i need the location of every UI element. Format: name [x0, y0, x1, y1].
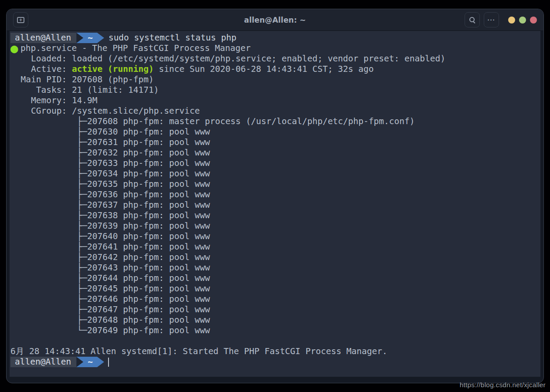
maximize-button[interactable]: [519, 17, 526, 24]
cgroup-pool-process-line: ├─207636 php-fpm: pool www: [10, 189, 540, 200]
text-cursor: [108, 358, 109, 367]
ellipsis-icon: ···: [488, 17, 496, 23]
terminal-screen[interactable]: allen@Allen ~ sudo systemctl status php …: [10, 31, 540, 377]
cgroup-pool-process-line: ├─207633 php-fpm: pool www: [10, 158, 540, 169]
powerline-separator-icon: [76, 357, 83, 367]
cgroup-pool-process-line: ├─207632 php-fpm: pool www: [10, 148, 540, 158]
cgroup-pool-process-line: ├─207640 php-fpm: pool www: [10, 231, 540, 242]
blank-line: [10, 336, 540, 346]
cgroup-pool-process-line: ├─207648 php-fpm: pool www: [10, 315, 540, 325]
cgroup-pool-process-line: ├─207638 php-fpm: pool www: [10, 210, 540, 221]
new-tab-icon: +: [17, 17, 24, 23]
cgroup-pool-process-line: ├─207646 php-fpm: pool www: [10, 294, 540, 304]
journal-line: 6月 28 14:43:41 Allen systemd[1]: Started…: [10, 346, 540, 357]
prompt-dir-segment: ~: [83, 357, 97, 367]
prompt-user-segment: allen@Allen: [10, 357, 76, 367]
prompt-dir-segment: ~: [83, 33, 97, 43]
titlebar[interactable]: + allen@Allen: ~ ···: [7, 9, 543, 31]
command-text: sudo systemctl status php: [109, 33, 237, 43]
main-pid-line: Main PID: 207608 (php-fpm): [10, 74, 540, 85]
cgroup-pool-process-line: ├─207637 php-fpm: pool www: [10, 200, 540, 210]
active-line: Active: active (running) since Sun 2020-…: [10, 64, 540, 74]
cgroup-pool-process-line: ├─207635 php-fpm: pool www: [10, 179, 540, 189]
search-icon: [469, 17, 476, 24]
window-title: allen@Allen: ~: [244, 16, 306, 24]
command-output: ●php.service - The PHP FastCGI Process M…: [10, 43, 540, 357]
cgroup-pool-process-line: ├─207631 php-fpm: pool www: [10, 137, 540, 148]
menu-button[interactable]: ···: [484, 12, 499, 27]
titlebar-right-controls: ···: [465, 12, 537, 27]
minimize-button[interactable]: [508, 17, 515, 24]
active-state-text: active (running): [72, 64, 154, 74]
terminal-window: + allen@Allen: ~ ··· allen@Allen ~: [6, 9, 544, 383]
cgroup-pool-process-line: └─207649 php-fpm: pool www: [10, 325, 540, 336]
powerline-arrow-icon: [97, 357, 104, 367]
powerline-arrow-icon: [97, 33, 104, 43]
tasks-line: Tasks: 21 (limit: 14171): [10, 85, 540, 95]
plus-glyph: +: [19, 17, 22, 22]
loaded-line: Loaded: loaded (/etc/systemd/system/php.…: [10, 54, 540, 64]
prompt-line-current: allen@Allen ~: [10, 357, 540, 367]
memory-line: Memory: 14.9M: [10, 95, 540, 106]
cgroup-line: CGroup: /system.slice/php.service: [10, 106, 540, 116]
powerline-separator-icon: [76, 33, 83, 43]
cgroup-pool-process-line: ├─207641 php-fpm: pool www: [10, 242, 540, 252]
status-dot-icon: ●: [10, 43, 20, 54]
search-button[interactable]: [465, 12, 480, 27]
prompt-user-segment: allen@Allen: [10, 33, 76, 43]
cgroup-pool-process-line: ├─207642 php-fpm: pool www: [10, 252, 540, 263]
cgroup-pool-process-line: ├─207630 php-fpm: pool www: [10, 127, 540, 137]
cgroup-master-process-line: ├─207608 php-fpm: master process (/usr/l…: [10, 116, 540, 127]
cgroup-pool-process-line: ├─207645 php-fpm: pool www: [10, 284, 540, 294]
cgroup-pool-process-line: ├─207644 php-fpm: pool www: [10, 273, 540, 284]
close-button[interactable]: [530, 17, 537, 24]
cgroup-pool-process-line: ├─207634 php-fpm: pool www: [10, 169, 540, 179]
service-header-line: ●php.service - The PHP FastCGI Process M…: [10, 43, 540, 54]
prompt-line: allen@Allen ~ sudo systemctl status php: [10, 33, 540, 43]
new-tab-button[interactable]: +: [13, 12, 28, 27]
cgroup-pool-process-line: ├─207643 php-fpm: pool www: [10, 263, 540, 273]
watermark: https://blog.csdn.net/xjcaller: [460, 381, 546, 389]
cgroup-pool-process-line: ├─207647 php-fpm: pool www: [10, 304, 540, 315]
cgroup-pool-process-line: ├─207639 php-fpm: pool www: [10, 221, 540, 231]
